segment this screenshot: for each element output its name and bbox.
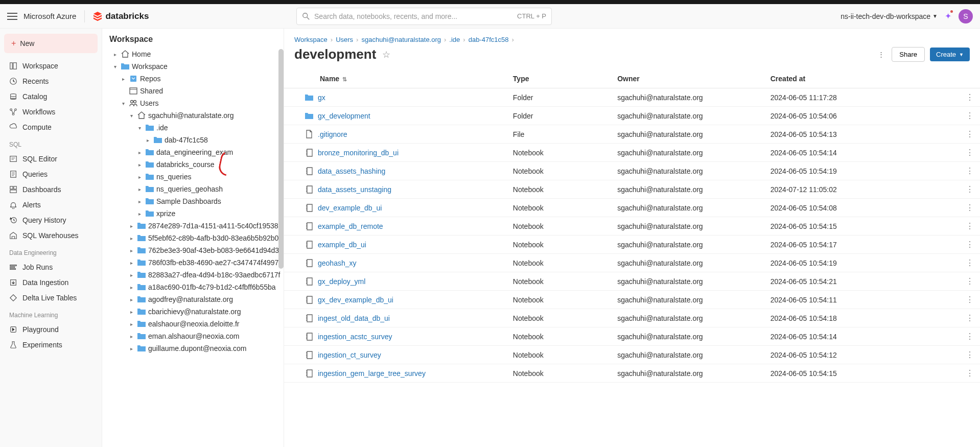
table-row[interactable]: data_assets_hashingNotebooksgachuhi@natu… [284, 162, 980, 180]
more-options-icon[interactable]: ⋮ [876, 49, 886, 60]
file-name-link[interactable]: ingestion_ct_survey [305, 350, 501, 360]
tree-item[interactable]: ▸2874e289-7d1a-4151-a411-5c40cf19538a [102, 220, 284, 232]
product-brand[interactable]: databricks [93, 11, 149, 21]
chevron-icon[interactable]: ▸ [128, 223, 135, 229]
tree-item[interactable]: ▸ealshaour@neoxia.deloitte.fr [102, 318, 284, 330]
nav-dlt[interactable]: Delta Live Tables [4, 290, 98, 305]
row-menu-icon[interactable]: ⋮ [960, 327, 980, 346]
table-row[interactable]: example_db_uiNotebooksgachuhi@naturalsta… [284, 236, 980, 254]
breadcrumb-link[interactable]: dab-47fc1c58 [469, 36, 509, 43]
nav-ingestion[interactable]: Data Ingestion [4, 275, 98, 290]
table-row[interactable]: ingestion_acstc_surveyNotebooksgachuhi@n… [284, 327, 980, 346]
nav-dashboards[interactable]: Dashboards [4, 182, 98, 197]
nav-job-runs[interactable]: Job Runs [4, 260, 98, 275]
tree-item[interactable]: ▸ns_queries [102, 171, 284, 183]
breadcrumb-link[interactable]: sgachuhi@naturalstate.org [361, 36, 441, 43]
file-name-link[interactable]: data_assets_hashing [305, 167, 501, 176]
row-menu-icon[interactable]: ⋮ [960, 217, 980, 236]
chevron-icon[interactable]: ▸ [136, 186, 143, 192]
chevron-icon[interactable]: ▸ [128, 321, 135, 327]
table-row[interactable]: ingestion_ct_surveyNotebooksgachuhi@natu… [284, 346, 980, 364]
file-name-link[interactable]: gx [305, 93, 501, 102]
chevron-icon[interactable]: ▸ [128, 297, 135, 302]
row-menu-icon[interactable]: ⋮ [960, 199, 980, 217]
row-menu-icon[interactable]: ⋮ [960, 144, 980, 162]
file-name-link[interactable]: dev_example_db_ui [305, 203, 501, 213]
search-input[interactable] [314, 12, 513, 20]
chevron-icon[interactable]: ▸ [128, 285, 135, 290]
file-name-link[interactable]: gx_development [305, 111, 501, 121]
create-button[interactable]: Create ▼ [930, 48, 970, 61]
row-menu-icon[interactable]: ⋮ [960, 364, 980, 383]
tree-item[interactable]: ▸82883a27-dfea-4d94-b18c-93aedbc6717f [102, 269, 284, 281]
table-row[interactable]: gx_dev_example_db_uiNotebooksgachuhi@nat… [284, 291, 980, 309]
chevron-icon[interactable]: ▸ [128, 272, 135, 278]
table-row[interactable]: gxFoldersgachuhi@naturalstate.org2024-06… [284, 88, 980, 107]
file-name-link[interactable]: ingestion_acstc_survey [305, 332, 501, 341]
nav-sql-editor[interactable]: SQL Editor [4, 151, 98, 167]
chevron-icon[interactable]: ▸ [128, 346, 135, 351]
breadcrumb-link[interactable]: Workspace [294, 36, 328, 43]
share-button[interactable]: Share [892, 47, 925, 62]
user-avatar[interactable]: S [959, 9, 973, 23]
chevron-icon[interactable]: ▸ [120, 76, 127, 82]
chevron-icon[interactable]: ▸ [111, 52, 119, 57]
table-row[interactable]: bronze_monitoring_db_uiNotebooksgachuhi@… [284, 144, 980, 162]
chevron-icon[interactable]: ▸ [128, 260, 135, 266]
table-row[interactable]: ingestion_gem_large_tree_surveyNotebooks… [284, 364, 980, 383]
chevron-icon[interactable]: ▸ [128, 334, 135, 339]
chevron-icon[interactable]: ▾ [111, 64, 119, 69]
row-menu-icon[interactable]: ⋮ [960, 180, 980, 199]
tree-item[interactable]: ▸xprize [102, 207, 284, 220]
table-row[interactable]: geohash_xyNotebooksgachuhi@naturalstate.… [284, 254, 980, 272]
table-row[interactable]: data_assets_unstagingNotebooksgachuhi@na… [284, 180, 980, 199]
tree-item[interactable]: ▸762be3e3-90af-43eb-b083-9e6641d94d3c [102, 244, 284, 256]
nav-warehouses[interactable]: SQL Warehouses [4, 228, 98, 243]
file-name-link[interactable]: geohash_xy [305, 258, 501, 268]
chevron-icon[interactable]: ▸ [136, 199, 143, 204]
nav-queries[interactable]: Queries [4, 167, 98, 182]
chevron-icon[interactable]: ▾ [128, 113, 135, 119]
row-menu-icon[interactable]: ⋮ [960, 125, 980, 144]
workspace-switcher[interactable]: ns-ii-tech-dev-db-workspace ▼ [841, 12, 938, 20]
file-name-link[interactable]: data_assets_unstaging [305, 185, 501, 194]
tree-item[interactable]: Shared [102, 85, 284, 97]
table-row[interactable]: gx_deploy_ymlNotebooksgachuhi@naturalsta… [284, 272, 980, 291]
chevron-icon[interactable]: ▸ [136, 162, 143, 168]
scrollbar[interactable] [278, 49, 284, 269]
row-menu-icon[interactable]: ⋮ [960, 346, 980, 364]
file-name-link[interactable]: .gitignore [305, 130, 501, 139]
nav-compute[interactable]: Compute [4, 120, 98, 135]
tree-item[interactable]: ▾Workspace [102, 60, 284, 73]
chevron-icon[interactable]: ▾ [120, 101, 127, 106]
menu-toggle[interactable] [7, 13, 17, 20]
tree-item[interactable]: ▸Sample Dashboards [102, 195, 284, 207]
file-name-link[interactable]: gx_deploy_yml [305, 277, 501, 286]
col-owner[interactable]: Owner [611, 69, 764, 88]
tree-item[interactable]: ▸Home [102, 48, 284, 60]
tree-item[interactable]: ▸data_engineering_exam [102, 146, 284, 158]
tree-item[interactable]: ▸ns_queries_geohash [102, 183, 284, 195]
col-type[interactable]: Type [507, 69, 611, 88]
row-menu-icon[interactable]: ⋮ [960, 272, 980, 291]
file-name-link[interactable]: bronze_monitoring_db_ui [305, 148, 501, 157]
col-created[interactable]: Created at [764, 69, 960, 88]
breadcrumb-link[interactable]: Users [336, 36, 353, 43]
assistant-icon[interactable]: ✦ [945, 11, 951, 21]
table-row[interactable]: dev_example_db_uiNotebooksgachuhi@natura… [284, 199, 980, 217]
nav-workflows[interactable]: Workflows [4, 104, 98, 120]
table-row[interactable]: example_db_remoteNotebooksgachuhi@natura… [284, 217, 980, 236]
nav-recents[interactable]: Recents [4, 74, 98, 89]
nav-catalog[interactable]: Catalog [4, 89, 98, 104]
chevron-icon[interactable]: ▸ [144, 137, 151, 143]
tree-item[interactable]: ▾.ide [102, 122, 284, 134]
tree-item[interactable]: ▸786f03fb-eb38-4690-ae27-c347474f4997 [102, 256, 284, 269]
tree-item[interactable]: ▸a18ac690-01fb-4c79-b1d2-c4fbff6b55ba [102, 281, 284, 293]
tree-item[interactable]: ▸databricks_course [102, 158, 284, 171]
tree-item[interactable]: ▸guillaume.dupont@neoxia.com [102, 342, 284, 355]
chevron-icon[interactable]: ▸ [136, 150, 143, 155]
row-menu-icon[interactable]: ⋮ [960, 88, 980, 107]
row-menu-icon[interactable]: ⋮ [960, 162, 980, 180]
row-menu-icon[interactable]: ⋮ [960, 291, 980, 309]
chevron-icon[interactable]: ▸ [136, 211, 143, 217]
